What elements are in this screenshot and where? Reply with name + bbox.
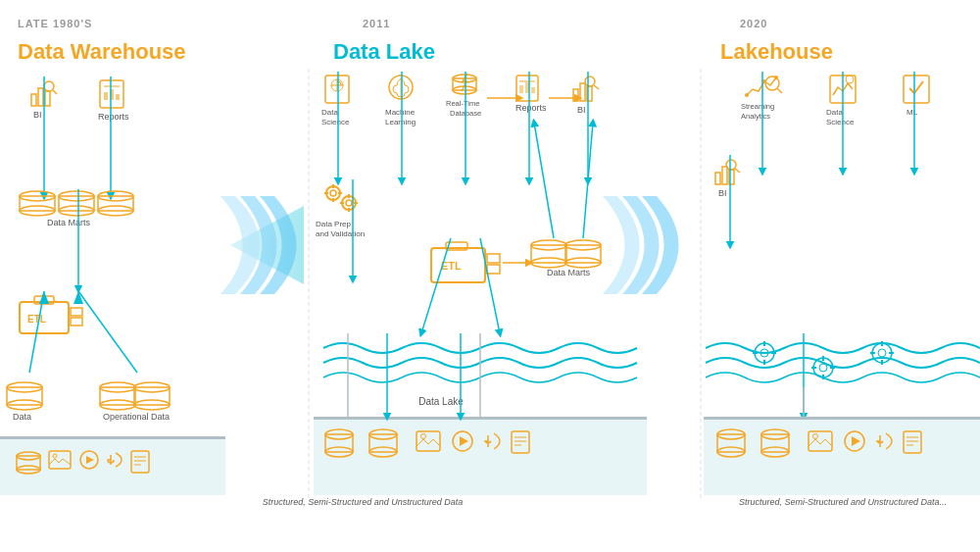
svg-text:Science: Science <box>321 118 350 126</box>
svg-text:Lakehouse: Lakehouse <box>720 39 833 64</box>
svg-text:Structured, Semi-Structured an: Structured, Semi-Structured and Unstruct… <box>263 497 464 507</box>
svg-text:Machine: Machine <box>385 108 416 117</box>
svg-rect-192 <box>704 417 980 420</box>
svg-text:Data Marts: Data Marts <box>547 268 591 277</box>
svg-rect-17 <box>116 94 120 100</box>
svg-text:Science: Science <box>826 118 855 126</box>
svg-text:LATE 1980'S: LATE 1980'S <box>18 18 92 29</box>
svg-point-137 <box>745 93 749 97</box>
svg-text:BI: BI <box>718 188 727 198</box>
svg-text:Learning: Learning <box>385 118 416 126</box>
svg-text:ML: ML <box>906 108 918 117</box>
svg-text:Reports: Reports <box>98 112 129 122</box>
svg-text:Data Lake: Data Lake <box>333 39 435 64</box>
svg-text:2020: 2020 <box>740 18 767 29</box>
svg-text:Data Warehouse: Data Warehouse <box>18 39 186 64</box>
svg-text:Data: Data <box>13 412 31 422</box>
svg-text:Operational Data: Operational Data <box>103 412 170 422</box>
svg-rect-71 <box>531 87 535 93</box>
svg-rect-69 <box>519 85 523 93</box>
svg-text:2011: 2011 <box>363 18 390 29</box>
svg-text:ETL: ETL <box>27 314 46 325</box>
svg-rect-15 <box>104 92 108 100</box>
svg-text:Data: Data <box>826 108 843 117</box>
main-container: LATE 1980'S 2011 2020 Data Warehouse Dat… <box>0 0 980 552</box>
svg-rect-174 <box>314 417 647 495</box>
svg-text:Data Marts: Data Marts <box>47 218 91 227</box>
svg-text:Analytics: Analytics <box>741 112 770 121</box>
svg-text:Structured, Semi-Structured an: Structured, Semi-Structured and Unstruct… <box>739 497 947 507</box>
svg-text:Data Lake: Data Lake <box>418 396 464 407</box>
svg-rect-162 <box>0 436 225 439</box>
svg-text:Reports: Reports <box>515 103 547 113</box>
svg-text:Real-Time: Real-Time <box>446 99 479 108</box>
diagram-svg: LATE 1980'S 2011 2020 Data Warehouse Dat… <box>0 0 980 552</box>
svg-text:BI: BI <box>33 110 42 120</box>
svg-rect-191 <box>704 417 980 495</box>
svg-rect-175 <box>314 417 647 420</box>
svg-text:and Validation: and Validation <box>316 229 365 238</box>
svg-text:BI: BI <box>577 105 586 115</box>
svg-text:Streaming: Streaming <box>741 102 774 111</box>
svg-text:Data Prep: Data Prep <box>316 220 352 228</box>
svg-text:Data: Data <box>321 108 338 117</box>
